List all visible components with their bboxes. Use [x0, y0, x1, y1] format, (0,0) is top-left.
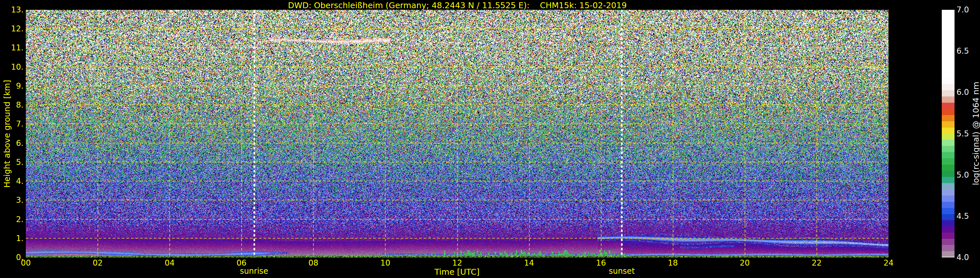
x-tick-label: 08 — [309, 259, 318, 267]
colorbar — [942, 10, 955, 257]
x-tick-label: 14 — [524, 259, 534, 267]
y-tick-label: 5. — [0, 158, 24, 166]
y-tick-label: 13. — [0, 6, 24, 14]
y-tick-label: 2. — [0, 215, 24, 224]
x-tick-label: 12 — [452, 259, 462, 267]
x-tick-label: 22 — [812, 259, 822, 267]
x-tick-label: 16 — [596, 259, 606, 267]
ceilometer-quicklook-figure: DWD: Oberschleißheim (Germany; 48.2443 N… — [0, 0, 980, 278]
y-tick-label: 3. — [0, 196, 24, 205]
y-tick-label: 0. — [0, 253, 24, 262]
colorbar-tick-label: 6.5 — [956, 47, 969, 55]
y-tick-label: 6. — [0, 139, 24, 147]
colorbar-tick-label: 6.0 — [956, 88, 969, 96]
x-tick-label: 02 — [93, 259, 103, 267]
y-tick-label: 4. — [0, 177, 24, 185]
x-tick-label: 18 — [668, 259, 678, 267]
sunrise-label: sunrise — [240, 267, 268, 275]
y-tick-label: 11. — [0, 43, 24, 52]
colorbar-tick-label: 7.0 — [956, 6, 969, 14]
colorbar-tick-label: 4.5 — [956, 212, 969, 220]
y-tick-label: 7. — [0, 120, 24, 128]
x-tick-label: 24 — [884, 259, 894, 267]
x-axis-label: Time [UTC] — [434, 268, 480, 277]
colorbar-tick-label: 4.0 — [956, 253, 969, 262]
y-axis-label: Height above ground [km] — [3, 80, 12, 188]
colorbar-label: log(rc-signal) @ 1064 nm — [972, 82, 980, 185]
x-tick-label: 04 — [165, 259, 175, 267]
y-tick-label: 12. — [0, 24, 24, 33]
sunset-label: sunset — [609, 267, 635, 275]
heatmap-canvas — [26, 10, 889, 257]
y-tick-label: 9. — [0, 82, 24, 90]
plot-title: DWD: Oberschleißheim (Germany; 48.2443 N… — [288, 1, 627, 10]
y-tick-label: 1. — [0, 234, 24, 243]
colorbar-tick-label: 5.0 — [956, 170, 969, 179]
x-tick-label: 06 — [237, 259, 247, 267]
y-tick-label: 10. — [0, 62, 24, 71]
x-tick-label: 20 — [740, 259, 750, 267]
colorbar-tick-label: 5.5 — [956, 129, 969, 138]
y-tick-label: 8. — [0, 101, 24, 109]
x-tick-label: 10 — [380, 259, 390, 267]
